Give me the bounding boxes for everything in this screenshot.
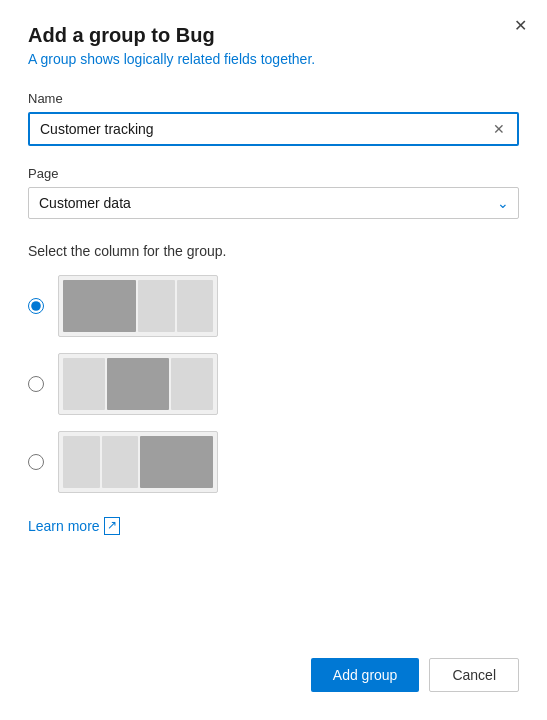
column-option-2[interactable] [28,353,519,415]
name-input-wrapper: ✕ [28,112,519,146]
column-option-1[interactable] [28,275,519,337]
name-input[interactable] [28,112,519,146]
column-visual-3 [58,431,218,493]
clear-name-button[interactable]: ✕ [489,119,509,139]
column-options [28,275,519,493]
dialog-footer: Add group Cancel [28,638,519,692]
dialog-subtitle: A group shows logically related fields t… [28,51,519,67]
cancel-button[interactable]: Cancel [429,658,519,692]
col-block [171,358,213,410]
page-field-label: Page [28,166,519,181]
learn-more-link[interactable]: Learn more ↗ [28,517,519,535]
column-section-label: Select the column for the group. [28,243,519,259]
close-button[interactable]: ✕ [510,14,531,38]
col-block [63,436,100,488]
page-select-wrapper: Customer data Details History ⌄ [28,187,519,219]
column-visual-1 [58,275,218,337]
dialog-title: Add a group to Bug [28,24,519,47]
col-block [102,436,139,488]
col-block [63,358,105,410]
page-select[interactable]: Customer data Details History [28,187,519,219]
add-group-dialog: ✕ Add a group to Bug A group shows logic… [0,0,547,720]
external-link-icon: ↗ [104,517,120,535]
column-radio-1[interactable] [28,298,44,314]
name-field-label: Name [28,91,519,106]
column-option-3[interactable] [28,431,519,493]
col-block [63,280,136,332]
column-radio-2[interactable] [28,376,44,392]
col-block [177,280,214,332]
col-block [140,436,213,488]
add-group-button[interactable]: Add group [311,658,420,692]
column-radio-3[interactable] [28,454,44,470]
learn-more-label: Learn more [28,518,100,534]
column-visual-2 [58,353,218,415]
col-block [138,280,175,332]
col-block [107,358,170,410]
